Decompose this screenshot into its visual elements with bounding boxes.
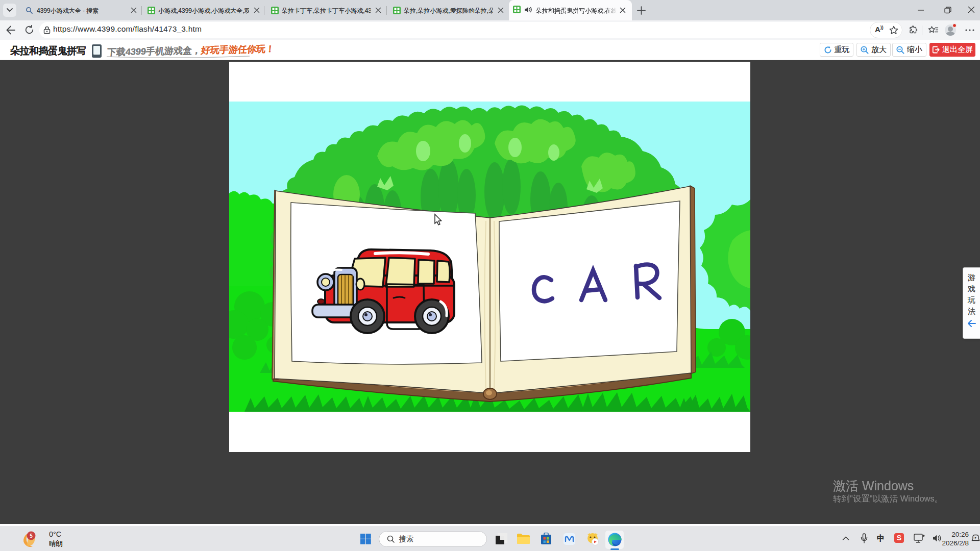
svg-text:z: z	[974, 536, 976, 540]
svg-text:5: 5	[30, 533, 33, 539]
